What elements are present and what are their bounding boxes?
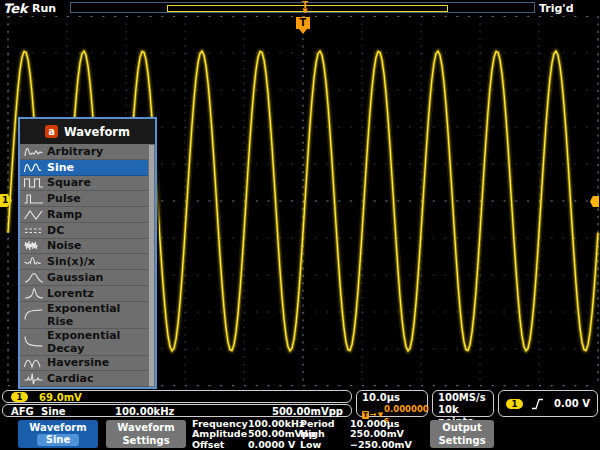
- menu-item-label: Lorentz: [47, 287, 94, 300]
- pulse-wave-icon: [20, 192, 47, 205]
- afg-readout-bar[interactable]: AFG Sine 100.00kHz 500.00mVpp: [2, 404, 352, 417]
- menu-item-label: Exponential Decay: [47, 329, 148, 355]
- trigger-position-flag[interactable]: T: [296, 17, 310, 29]
- menu-item-exponential-rise[interactable]: Exponential Rise: [20, 302, 148, 329]
- oscilloscope-screen: Tek Run T ▼ Trig'd T 1 a Waveform Arbitr…: [0, 0, 600, 450]
- waveform-menu-header: a Waveform: [20, 119, 155, 144]
- menu-item-label: Noise: [47, 239, 82, 252]
- horizontal-readout-box[interactable]: 10.0µs T → ▼ 0.000000 s: [356, 390, 428, 417]
- menu-item-dc[interactable]: DC: [20, 223, 148, 239]
- waveform-button-title: Waveform: [18, 421, 98, 434]
- menu-item-exponential-decay[interactable]: Exponential Decay: [20, 329, 148, 356]
- menu-item-label: Gaussian: [47, 271, 103, 284]
- afg-label: AFG: [11, 406, 34, 417]
- waveform-menu-title: Waveform: [64, 125, 130, 139]
- menu-item-label: Exponential Rise: [47, 302, 148, 328]
- menu-item-arbitrary[interactable]: Arbitrary: [20, 144, 148, 160]
- waveform-settings-button[interactable]: Waveform Settings: [106, 420, 186, 448]
- tek-logo: Tek: [3, 1, 28, 16]
- param-label: Low: [300, 440, 350, 450]
- haversine-wave-icon: [20, 356, 47, 369]
- menu-item-gaussian[interactable]: Gaussian: [20, 270, 148, 286]
- afg-parameters-right: PeriodHighLow10.000µs250.00mV−250.00mV: [300, 419, 412, 450]
- param-label: Offset: [192, 440, 248, 450]
- afg-waveform-type: Sine: [41, 406, 66, 417]
- arbitrary-wave-icon: [20, 145, 47, 158]
- sinc-wave-icon: [20, 255, 47, 268]
- dc-level-icon: [20, 224, 47, 237]
- acquisition-readout-box[interactable]: 100MS/s 10k points: [432, 390, 494, 417]
- menu-item-pulse[interactable]: Pulse: [20, 191, 148, 207]
- menu-item-lorentz[interactable]: Lorentz: [20, 286, 148, 302]
- exp-decay-icon: [20, 335, 47, 348]
- menu-item-label: Cardiac: [47, 372, 94, 385]
- cardiac-wave-icon: [20, 372, 47, 385]
- menu-item-square[interactable]: Square: [20, 176, 148, 192]
- menu-item-label: Haversine: [47, 356, 109, 369]
- waveform-menu: a Waveform ArbitrarySineSquarePulseRampD…: [18, 117, 157, 389]
- menu-item-label: Sine: [47, 161, 74, 174]
- menu-item-haversine[interactable]: Haversine: [20, 356, 148, 372]
- menu-item-label: Sin(x)/x: [47, 255, 95, 268]
- menu-item-label: DC: [47, 224, 64, 237]
- sample-rate: 100MS/s: [438, 392, 493, 404]
- afg-parameters-left: FrequencyAmplitudeOffset100.00kHz500.00m…: [192, 419, 316, 450]
- horizontal-scale: 10.0µs: [362, 392, 427, 404]
- menu-item-ramp[interactable]: Ramp: [20, 207, 148, 223]
- record-view-bar: T ▼: [70, 2, 535, 13]
- menu-item-label: Pulse: [47, 192, 81, 205]
- square-wave-icon: [20, 176, 47, 189]
- output-settings-button[interactable]: Output Settings: [430, 420, 494, 448]
- ramp-wave-icon: [20, 208, 47, 221]
- waveform-menu-list: ArbitrarySineSquarePulseRampDCNoiseSin(x…: [20, 144, 155, 387]
- trigger-position-flag-pointer: [299, 29, 307, 34]
- param-value: −250.00mV: [350, 440, 412, 450]
- exp-rise-icon: [20, 308, 47, 321]
- menu-item-label: Arbitrary: [47, 145, 103, 158]
- trigger-source-badge: 1: [506, 399, 523, 409]
- menu-item-sin-x-x[interactable]: Sin(x)/x: [20, 254, 148, 270]
- menu-item-label: Square: [47, 176, 91, 189]
- menu-scrollbar-thumb[interactable]: [149, 145, 154, 386]
- afg-amplitude: 500.00mVpp: [272, 406, 343, 417]
- gaussian-wave-icon: [20, 271, 47, 284]
- channel1-readout-bar[interactable]: 1 69.0mV: [2, 390, 352, 403]
- menu-scrollbar[interactable]: [149, 145, 154, 386]
- sine-wave-icon: [20, 161, 47, 174]
- menu-item-label: Ramp: [47, 208, 82, 221]
- trigger-status: Trig'd: [539, 2, 574, 15]
- afg-frequency: 100.00kHz: [115, 406, 174, 417]
- menu-item-sine[interactable]: Sine: [20, 160, 148, 176]
- waveform-button[interactable]: Waveform Sine: [18, 420, 98, 448]
- multipurpose-knob-a-icon: a: [45, 125, 58, 138]
- trigger-level-value: 0.00 V: [554, 398, 590, 409]
- lorentz-wave-icon: [20, 287, 47, 300]
- channel1-vertical-scale: 69.0mV: [39, 392, 82, 403]
- waveform-button-value: Sine: [37, 434, 80, 446]
- channel1-badge: 1: [11, 392, 28, 402]
- rising-slope-icon: [531, 398, 544, 410]
- trigger-readout-box[interactable]: 1 0.00 V: [498, 390, 598, 417]
- menu-item-cardiac[interactable]: Cardiac: [20, 371, 148, 387]
- record-trigger-position-icon[interactable]: T ▼: [299, 1, 311, 14]
- menu-item-noise[interactable]: Noise: [20, 239, 148, 255]
- noise-wave-icon: [20, 239, 47, 252]
- acquisition-status: Run: [32, 2, 56, 15]
